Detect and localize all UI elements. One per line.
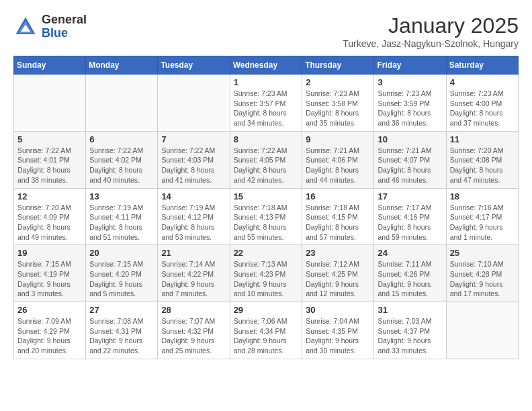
day-number: 31: [378, 305, 442, 315]
calendar-cell: 4Sunrise: 7:23 AM Sunset: 4:00 PM Daylig…: [446, 75, 518, 132]
calendar-cell: 29Sunrise: 7:06 AM Sunset: 4:34 PM Dayli…: [230, 302, 302, 359]
day-number: 9: [306, 134, 370, 144]
calendar-cell: 18Sunrise: 7:16 AM Sunset: 4:17 PM Dayli…: [446, 188, 518, 245]
day-info: Sunrise: 7:07 AM Sunset: 4:32 PM Dayligh…: [161, 316, 226, 356]
day-number: 20: [89, 248, 154, 258]
day-info: Sunrise: 7:10 AM Sunset: 4:28 PM Dayligh…: [450, 259, 515, 299]
calendar-cell: 19Sunrise: 7:15 AM Sunset: 4:19 PM Dayli…: [14, 245, 86, 302]
day-number: 18: [450, 191, 515, 201]
day-number: 14: [161, 191, 226, 201]
month-title: January 2025: [343, 13, 519, 38]
day-info: Sunrise: 7:18 AM Sunset: 4:15 PM Dayligh…: [306, 203, 370, 242]
calendar-cell: 7Sunrise: 7:22 AM Sunset: 4:03 PM Daylig…: [158, 131, 230, 188]
day-number: 28: [161, 305, 226, 315]
calendar-week-3: 12Sunrise: 7:20 AM Sunset: 4:09 PM Dayli…: [14, 188, 519, 245]
day-number: 3: [378, 77, 442, 87]
day-info: Sunrise: 7:20 AM Sunset: 4:08 PM Dayligh…: [450, 146, 515, 185]
day-info: Sunrise: 7:15 AM Sunset: 4:19 PM Dayligh…: [17, 259, 82, 299]
day-number: 2: [306, 77, 370, 87]
calendar-cell: 23Sunrise: 7:12 AM Sunset: 4:25 PM Dayli…: [302, 245, 374, 302]
day-number: 29: [234, 305, 299, 315]
calendar-week-4: 19Sunrise: 7:15 AM Sunset: 4:19 PM Dayli…: [14, 245, 519, 302]
day-info: Sunrise: 7:12 AM Sunset: 4:25 PM Dayligh…: [306, 259, 370, 299]
calendar-cell: 10Sunrise: 7:21 AM Sunset: 4:07 PM Dayli…: [374, 131, 446, 188]
calendar-week-1: 1Sunrise: 7:23 AM Sunset: 3:57 PM Daylig…: [14, 75, 519, 132]
calendar-cell: 9Sunrise: 7:21 AM Sunset: 4:06 PM Daylig…: [302, 131, 374, 188]
logo-general: General: [42, 13, 87, 27]
day-number: 25: [450, 248, 515, 258]
calendar-cell: 24Sunrise: 7:11 AM Sunset: 4:26 PM Dayli…: [374, 245, 446, 302]
weekday-header-thursday: Thursday: [302, 56, 374, 75]
day-number: 24: [378, 248, 442, 258]
day-info: Sunrise: 7:11 AM Sunset: 4:26 PM Dayligh…: [378, 259, 442, 299]
day-info: Sunrise: 7:08 AM Sunset: 4:31 PM Dayligh…: [89, 316, 154, 356]
calendar-cell: [86, 75, 158, 132]
calendar-cell: 30Sunrise: 7:04 AM Sunset: 4:35 PM Dayli…: [302, 302, 374, 359]
day-number: 23: [306, 248, 370, 258]
calendar-cell: 3Sunrise: 7:23 AM Sunset: 3:59 PM Daylig…: [374, 75, 446, 132]
day-number: 11: [450, 134, 515, 144]
weekday-row: SundayMondayTuesdayWednesdayThursdayFrid…: [14, 56, 519, 75]
calendar-cell: [158, 75, 230, 132]
calendar-cell: 17Sunrise: 7:17 AM Sunset: 4:16 PM Dayli…: [374, 188, 446, 245]
weekday-header-saturday: Saturday: [446, 56, 518, 75]
calendar-cell: 27Sunrise: 7:08 AM Sunset: 4:31 PM Dayli…: [86, 302, 158, 359]
day-info: Sunrise: 7:22 AM Sunset: 4:05 PM Dayligh…: [234, 146, 299, 185]
calendar-cell: 14Sunrise: 7:19 AM Sunset: 4:12 PM Dayli…: [158, 188, 230, 245]
day-info: Sunrise: 7:13 AM Sunset: 4:23 PM Dayligh…: [234, 259, 299, 299]
calendar-cell: 16Sunrise: 7:18 AM Sunset: 4:15 PM Dayli…: [302, 188, 374, 245]
calendar-cell: 13Sunrise: 7:19 AM Sunset: 4:11 PM Dayli…: [86, 188, 158, 245]
calendar-cell: 2Sunrise: 7:23 AM Sunset: 3:58 PM Daylig…: [302, 75, 374, 132]
day-number: 26: [17, 305, 82, 315]
weekday-header-friday: Friday: [374, 56, 446, 75]
weekday-header-sunday: Sunday: [14, 56, 86, 75]
logo-icon: [13, 15, 38, 39]
day-number: 1: [234, 77, 299, 87]
day-info: Sunrise: 7:23 AM Sunset: 4:00 PM Dayligh…: [450, 89, 515, 128]
calendar-cell: 21Sunrise: 7:14 AM Sunset: 4:22 PM Dayli…: [158, 245, 230, 302]
day-number: 12: [17, 191, 82, 201]
day-info: Sunrise: 7:06 AM Sunset: 4:34 PM Dayligh…: [234, 316, 299, 356]
day-info: Sunrise: 7:16 AM Sunset: 4:17 PM Dayligh…: [450, 203, 515, 242]
day-number: 17: [378, 191, 442, 201]
title-area: January 2025 Turkeve, Jasz-Nagykun-Szoln…: [343, 13, 519, 49]
day-number: 4: [450, 77, 515, 87]
day-info: Sunrise: 7:23 AM Sunset: 3:57 PM Dayligh…: [234, 89, 299, 128]
weekday-header-tuesday: Tuesday: [158, 56, 230, 75]
calendar-cell: 1Sunrise: 7:23 AM Sunset: 3:57 PM Daylig…: [230, 75, 302, 132]
calendar-cell: 5Sunrise: 7:22 AM Sunset: 4:01 PM Daylig…: [14, 131, 86, 188]
day-number: 13: [89, 191, 154, 201]
weekday-header-monday: Monday: [86, 56, 158, 75]
calendar-cell: [446, 302, 518, 359]
calendar-cell: 31Sunrise: 7:03 AM Sunset: 4:37 PM Dayli…: [374, 302, 446, 359]
day-info: Sunrise: 7:09 AM Sunset: 4:29 PM Dayligh…: [17, 316, 82, 356]
day-info: Sunrise: 7:21 AM Sunset: 4:06 PM Dayligh…: [306, 146, 370, 185]
location-subtitle: Turkeve, Jasz-Nagykun-Szolnok, Hungary: [343, 38, 519, 49]
calendar-cell: [14, 75, 86, 132]
calendar-cell: 8Sunrise: 7:22 AM Sunset: 4:05 PM Daylig…: [230, 131, 302, 188]
day-number: 15: [234, 191, 299, 201]
calendar-cell: 28Sunrise: 7:07 AM Sunset: 4:32 PM Dayli…: [158, 302, 230, 359]
day-number: 10: [378, 134, 442, 144]
day-number: 6: [89, 134, 154, 144]
logo: General Blue: [13, 13, 87, 40]
calendar-cell: 12Sunrise: 7:20 AM Sunset: 4:09 PM Dayli…: [14, 188, 86, 245]
calendar-table: SundayMondayTuesdayWednesdayThursdayFrid…: [13, 56, 519, 359]
day-number: 30: [306, 305, 370, 315]
day-info: Sunrise: 7:23 AM Sunset: 3:58 PM Dayligh…: [306, 89, 370, 128]
calendar-cell: 25Sunrise: 7:10 AM Sunset: 4:28 PM Dayli…: [446, 245, 518, 302]
day-info: Sunrise: 7:19 AM Sunset: 4:11 PM Dayligh…: [89, 203, 154, 242]
logo-text: General Blue: [42, 13, 87, 40]
calendar-week-2: 5Sunrise: 7:22 AM Sunset: 4:01 PM Daylig…: [14, 131, 519, 188]
day-info: Sunrise: 7:19 AM Sunset: 4:12 PM Dayligh…: [161, 203, 226, 242]
day-info: Sunrise: 7:18 AM Sunset: 4:13 PM Dayligh…: [234, 203, 299, 242]
calendar-cell: 6Sunrise: 7:22 AM Sunset: 4:02 PM Daylig…: [86, 131, 158, 188]
page-header: General Blue January 2025 Turkeve, Jasz-…: [13, 13, 519, 49]
calendar-header: SundayMondayTuesdayWednesdayThursdayFrid…: [14, 56, 519, 75]
day-number: 27: [89, 305, 154, 315]
day-info: Sunrise: 7:20 AM Sunset: 4:09 PM Dayligh…: [17, 203, 82, 242]
calendar-cell: 15Sunrise: 7:18 AM Sunset: 4:13 PM Dayli…: [230, 188, 302, 245]
day-number: 22: [234, 248, 299, 258]
day-info: Sunrise: 7:22 AM Sunset: 4:02 PM Dayligh…: [89, 146, 154, 185]
calendar-cell: 22Sunrise: 7:13 AM Sunset: 4:23 PM Dayli…: [230, 245, 302, 302]
